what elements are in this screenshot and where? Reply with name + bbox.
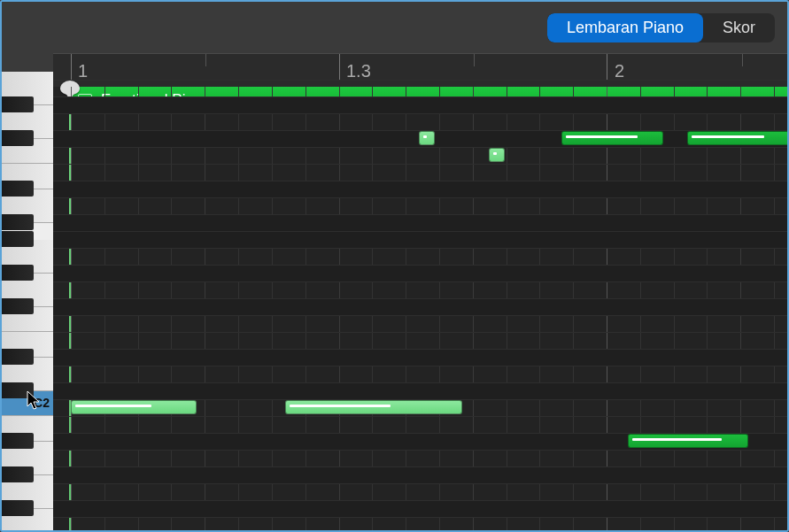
midi-note[interactable] xyxy=(561,131,663,145)
view-tabs: Lembaran Piano Skor xyxy=(547,13,775,42)
timeline-ruler[interactable]: 1 1.3 2 xyxy=(53,53,787,87)
ruler-mark: 1 xyxy=(78,61,88,81)
black-key[interactable] xyxy=(2,130,34,146)
black-key[interactable] xyxy=(2,466,34,482)
midi-note[interactable] xyxy=(628,434,748,448)
midi-note[interactable] xyxy=(489,148,505,162)
black-key[interactable] xyxy=(2,433,34,449)
midi-note[interactable] xyxy=(285,400,462,414)
piano-keyboard[interactable]: C2 xyxy=(2,87,53,530)
black-key[interactable] xyxy=(2,214,34,230)
midi-note[interactable] xyxy=(419,131,435,145)
black-key[interactable] xyxy=(2,96,34,112)
tab-score[interactable]: Skor xyxy=(703,13,775,42)
piano-roll: C2 Emotional Piano xyxy=(2,87,787,530)
black-key[interactable] xyxy=(2,181,34,197)
mouse-cursor-icon xyxy=(27,390,43,412)
black-key[interactable] xyxy=(2,298,34,314)
playhead-marker[interactable] xyxy=(60,81,80,95)
editor-toolbar: Lembaran Piano Skor xyxy=(2,2,787,53)
tab-piano-roll[interactable]: Lembaran Piano xyxy=(547,13,703,42)
ruler-mark: 1.3 xyxy=(346,61,371,81)
black-key[interactable] xyxy=(2,349,34,365)
midi-note[interactable] xyxy=(71,400,197,414)
black-key[interactable] xyxy=(2,500,34,516)
ruler-mark: 2 xyxy=(615,61,624,81)
midi-note[interactable] xyxy=(687,131,789,145)
black-key[interactable] xyxy=(2,265,34,281)
note-grid[interactable]: Emotional Piano xyxy=(53,87,787,530)
black-key[interactable] xyxy=(2,231,34,247)
